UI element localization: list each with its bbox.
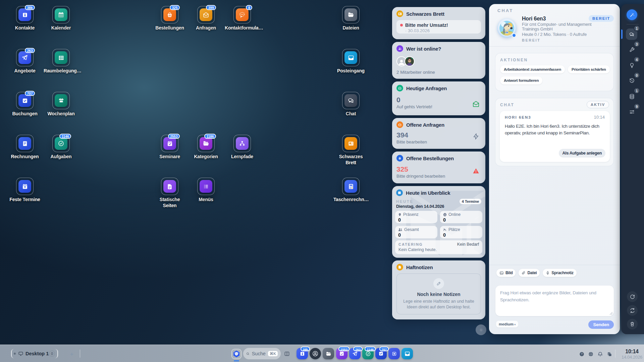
svg-text:?: ? <box>581 352 583 356</box>
